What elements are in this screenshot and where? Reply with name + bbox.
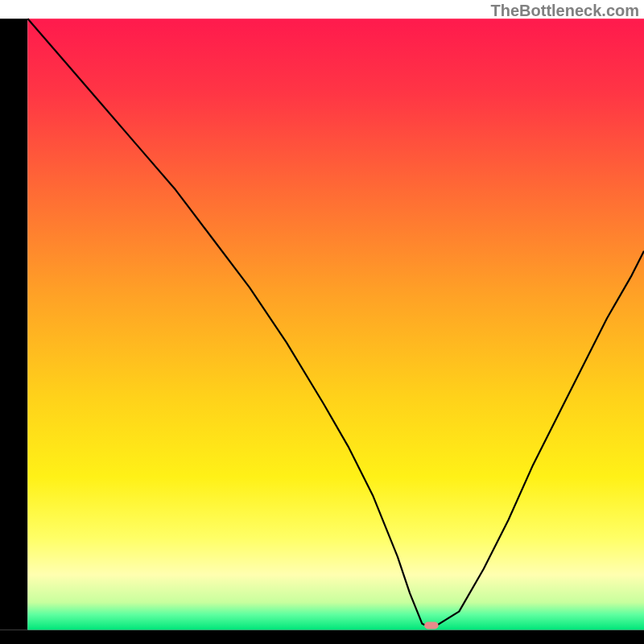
svg-rect-1 <box>0 630 644 644</box>
watermark-text: TheBottleneck.com <box>491 2 639 20</box>
svg-rect-0 <box>0 19 27 630</box>
svg-rect-2 <box>27 19 644 630</box>
bottleneck-chart <box>0 0 644 644</box>
optimal-marker <box>424 622 439 630</box>
chart-container: TheBottleneck.com <box>0 0 644 644</box>
